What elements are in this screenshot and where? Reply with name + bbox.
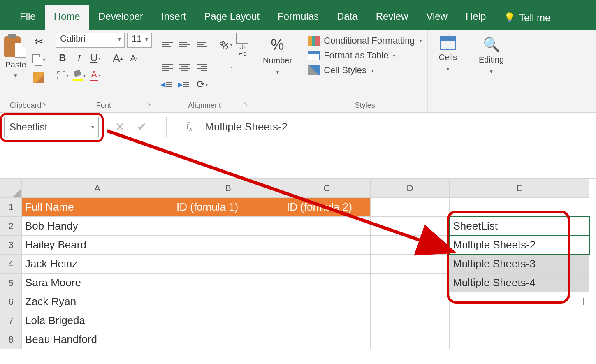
- cell-c8[interactable]: [283, 330, 371, 349]
- wrap-text-button[interactable]: ab↵c: [236, 33, 248, 57]
- select-all-corner[interactable]: [0, 179, 22, 198]
- chevron-down-icon[interactable]: ▼: [489, 69, 494, 74]
- cell-d6[interactable]: [371, 292, 450, 311]
- formula-input[interactable]: Multiple Sheets-2: [192, 121, 592, 133]
- cell-c3[interactable]: [283, 236, 371, 255]
- cancel-formula-button[interactable]: ✕: [115, 120, 125, 134]
- copy-button[interactable]: ▾: [30, 53, 47, 67]
- cell-c4[interactable]: [283, 255, 371, 274]
- increase-indent-button[interactable]: ▶: [178, 78, 192, 90]
- cell-e3[interactable]: Multiple Sheets-2: [450, 236, 589, 255]
- align-center-button[interactable]: [178, 61, 192, 73]
- row-header-8[interactable]: 8: [0, 330, 22, 349]
- cell-c2[interactable]: [283, 217, 371, 236]
- cell-b4[interactable]: [173, 255, 283, 274]
- tab-home[interactable]: Home: [45, 5, 89, 30]
- cell-d2[interactable]: [371, 217, 450, 236]
- cell-a2[interactable]: Bob Handy: [22, 217, 173, 236]
- cell-b7[interactable]: [173, 311, 283, 330]
- cell-e4[interactable]: Multiple Sheets-3: [450, 255, 589, 274]
- cell-e1[interactable]: [450, 198, 589, 217]
- row-header-2[interactable]: 2: [0, 217, 22, 236]
- tab-view[interactable]: View: [417, 5, 457, 30]
- cell-e7[interactable]: [450, 311, 589, 330]
- cell-a4[interactable]: Jack Heinz: [22, 255, 173, 274]
- cell-c7[interactable]: [283, 311, 371, 330]
- format-as-table-button[interactable]: Format as Table▾: [308, 50, 422, 61]
- tab-review[interactable]: Review: [367, 5, 417, 30]
- dialog-launcher-icon[interactable]: ⤡: [147, 101, 151, 107]
- tab-tell-me[interactable]: 💡 Tell me: [495, 5, 559, 30]
- italic-button[interactable]: I: [72, 51, 86, 65]
- row-header-3[interactable]: 3: [0, 236, 22, 255]
- cell-c6[interactable]: [283, 292, 371, 311]
- cell-b6[interactable]: [173, 292, 283, 311]
- fill-color-button[interactable]: ▾: [72, 68, 86, 82]
- cell-a6[interactable]: Zack Ryan: [22, 292, 173, 311]
- row-header-6[interactable]: 6: [0, 292, 22, 311]
- name-box[interactable]: Sheetlist: [4, 117, 99, 137]
- increase-font-button[interactable]: A▴: [111, 51, 125, 65]
- cell-b8[interactable]: [173, 330, 283, 349]
- cut-button[interactable]: ✂: [30, 35, 47, 49]
- borders-button[interactable]: ▾: [56, 68, 70, 82]
- row-header-5[interactable]: 5: [0, 274, 22, 292]
- tab-file[interactable]: File: [11, 5, 45, 30]
- enter-formula-button[interactable]: ✔: [137, 120, 146, 134]
- format-painter-button[interactable]: [30, 71, 47, 85]
- align-left-button[interactable]: [160, 61, 174, 73]
- cell-a1[interactable]: Full Name: [22, 198, 173, 217]
- conditional-formatting-button[interactable]: Conditional Formatting▾: [308, 35, 422, 46]
- col-header-c[interactable]: C: [283, 179, 371, 198]
- font-color-button[interactable]: A▾: [88, 68, 102, 82]
- cell-styles-button[interactable]: Cell Styles▾: [308, 65, 422, 76]
- row-header-1[interactable]: 1: [0, 198, 22, 217]
- col-header-d[interactable]: D: [371, 179, 450, 198]
- cell-e8[interactable]: [450, 330, 589, 349]
- cell-d5[interactable]: [371, 274, 450, 292]
- underline-button[interactable]: U▾: [88, 51, 102, 65]
- font-size-select[interactable]: 11: [127, 33, 152, 48]
- cell-c1[interactable]: ID (formula 2): [283, 198, 371, 217]
- cell-a3[interactable]: Hailey Beard: [22, 236, 173, 255]
- cells-button[interactable]: Cells: [438, 53, 457, 62]
- font-name-select[interactable]: Calibri: [56, 33, 125, 48]
- row-header-7[interactable]: 7: [0, 311, 22, 330]
- cell-a7[interactable]: Lola Brigeda: [22, 311, 173, 330]
- cell-a5[interactable]: Sara Moore: [22, 274, 173, 292]
- tab-formulas[interactable]: Formulas: [269, 5, 328, 30]
- cell-b5[interactable]: [173, 274, 283, 292]
- cell-d4[interactable]: [371, 255, 450, 274]
- cell-e5[interactable]: Multiple Sheets-4: [450, 274, 589, 292]
- cell-b1[interactable]: ID (fomula 1): [173, 198, 283, 217]
- number-button[interactable]: Number: [263, 56, 292, 65]
- tab-help[interactable]: Help: [457, 5, 495, 30]
- col-header-a[interactable]: A: [22, 179, 173, 198]
- col-header-b[interactable]: B: [173, 179, 283, 198]
- align-bottom-button[interactable]: [195, 39, 209, 51]
- orientation-button[interactable]: ab▾: [219, 38, 233, 52]
- chevron-down-icon[interactable]: ▼: [13, 73, 18, 79]
- align-middle-button[interactable]: [178, 39, 192, 51]
- cell-e2[interactable]: SheetList: [450, 217, 589, 236]
- cell-b3[interactable]: [173, 236, 283, 255]
- cell-e6[interactable]: [450, 292, 589, 311]
- tab-insert[interactable]: Insert: [152, 5, 195, 30]
- worksheet-grid[interactable]: A B C D E 1 Full Name ID (fomula 1) ID (…: [0, 179, 596, 349]
- cell-a8[interactable]: Beau Handford: [22, 330, 173, 349]
- quick-analysis-icon[interactable]: [583, 298, 592, 305]
- cell-c5[interactable]: [283, 274, 371, 292]
- chevron-down-icon[interactable]: ▼: [275, 70, 280, 75]
- fx-icon[interactable]: fx: [186, 121, 192, 133]
- row-header-4[interactable]: 4: [0, 255, 22, 274]
- tab-developer[interactable]: Developer: [89, 5, 152, 30]
- cell-d3[interactable]: [371, 236, 450, 255]
- cell-b2[interactable]: [173, 217, 283, 236]
- merge-center-button[interactable]: ▾: [219, 60, 233, 74]
- paste-button[interactable]: Paste ▼: [4, 33, 27, 79]
- dialog-launcher-icon[interactable]: ⤡: [42, 101, 46, 107]
- chevron-down-icon[interactable]: ▼: [445, 66, 450, 72]
- tab-data[interactable]: Data: [328, 5, 367, 30]
- col-header-e[interactable]: E: [450, 179, 589, 198]
- align-top-button[interactable]: [160, 39, 174, 51]
